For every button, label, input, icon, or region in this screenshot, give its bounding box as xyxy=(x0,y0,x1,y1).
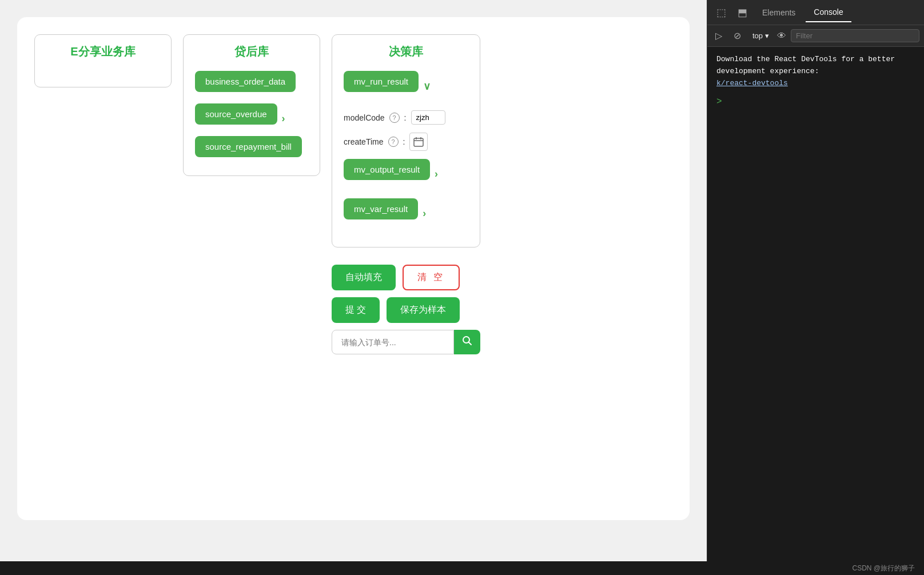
form-colon-modelcode: : xyxy=(404,113,407,122)
mv-var-chevron: › xyxy=(423,207,426,219)
top-label: top xyxy=(752,31,763,40)
devtools-tabs: ⬚ ⬒ Elements Console xyxy=(707,0,924,25)
ban-icon[interactable]: ⊘ xyxy=(730,28,744,43)
tab-console[interactable]: Console xyxy=(806,3,851,22)
submit-button[interactable]: 提 交 xyxy=(332,297,380,323)
order-search-input[interactable] xyxy=(332,330,454,354)
col-e-share: E分享业务库 xyxy=(34,34,172,97)
col-decision: 决策库 mv_run_result ∨ modelCode ? : xyxy=(332,34,480,354)
loan-tag-row-0: business_order_data xyxy=(195,71,308,101)
search-row xyxy=(332,330,480,354)
bottom-bar: CSDN @旅行的狮子 xyxy=(0,561,924,575)
loan-chevron-1: › xyxy=(282,113,285,125)
svg-rect-0 xyxy=(414,138,423,146)
eye-icon[interactable]: 👁 xyxy=(777,31,786,41)
form-label-createtime: createTime xyxy=(344,137,384,146)
mv-var-result-tag[interactable]: mv_var_result xyxy=(344,198,418,219)
footer-text: CSDN @旅行的狮子 xyxy=(852,564,915,572)
col-e-share-subtitle xyxy=(46,59,160,78)
clear-button[interactable]: 清 空 xyxy=(403,265,460,290)
col-loan-tags: business_order_data source_overdue › sou… xyxy=(195,71,308,166)
mv-output-chevron: › xyxy=(435,168,438,180)
modelcode-help-icon[interactable]: ? xyxy=(389,113,400,123)
createtime-calendar-icon[interactable] xyxy=(409,133,428,151)
col-decision-title: 决策库 xyxy=(344,44,468,59)
top-chevron-icon: ▾ xyxy=(765,31,769,40)
console-prompt: > xyxy=(716,97,722,107)
auto-fill-button[interactable]: 自动填充 xyxy=(332,265,396,290)
cursor-icon[interactable]: ⬚ xyxy=(712,3,731,22)
devtools-panel: ⬚ ⬒ Elements Console ▷ ⊘ top ▾ 👁 Downloa… xyxy=(707,0,924,561)
top-dropdown[interactable]: top ▾ xyxy=(749,30,772,42)
main-content: E分享业务库 贷后库 business_order_data so xyxy=(0,0,707,561)
btn-row-1: 自动填充 清 空 xyxy=(332,265,480,290)
tab-elements[interactable]: Elements xyxy=(754,3,803,22)
loan-tag-row-1: source_overdue › xyxy=(195,103,308,134)
loan-tag-0[interactable]: business_order_data xyxy=(195,71,296,92)
card: E分享业务库 贷后库 business_order_data so xyxy=(17,17,690,520)
step-over-icon[interactable]: ▷ xyxy=(712,28,726,43)
form-row-createtime: createTime ? : xyxy=(344,133,468,151)
columns-wrapper: E分享业务库 贷后库 business_order_data so xyxy=(34,34,672,354)
responsive-icon[interactable]: ⬒ xyxy=(733,3,752,22)
console-message: Download the React DevTools for a better… xyxy=(716,54,915,89)
col-decision-box: 决策库 mv_run_result ∨ modelCode ? : xyxy=(332,34,480,247)
save-sample-button[interactable]: 保存为样本 xyxy=(387,297,460,323)
mv-run-result-row: mv_run_result ∨ xyxy=(344,71,468,101)
loan-tag-2[interactable]: source_repayment_bill xyxy=(195,136,302,157)
col-e-share-title: E分享业务库 xyxy=(46,44,160,59)
mv-output-result-row: mv_output_result › xyxy=(344,159,468,189)
svg-line-5 xyxy=(469,342,472,345)
col-loan-box: 贷后库 business_order_data source_overdue ›… xyxy=(183,34,320,176)
createtime-help-icon[interactable]: ? xyxy=(388,137,399,147)
form-label-modelcode: modelCode xyxy=(344,113,385,122)
console-link[interactable]: k/react-devtools xyxy=(716,79,788,87)
devtools-toolbar: ▷ ⊘ top ▾ 👁 xyxy=(707,25,924,47)
col-loan: 贷后库 business_order_data source_overdue ›… xyxy=(183,34,320,176)
col-loan-title: 贷后库 xyxy=(195,44,308,59)
mv-run-chevron: ∨ xyxy=(423,80,431,93)
col-e-share-header: E分享业务库 xyxy=(34,34,172,87)
mv-output-result-tag[interactable]: mv_output_result xyxy=(344,159,430,180)
form-colon-createtime: : xyxy=(403,137,405,146)
loan-tag-1[interactable]: source_overdue xyxy=(195,103,277,125)
action-buttons: 自动填充 清 空 提 交 保存为样本 xyxy=(332,265,480,354)
form-row-modelcode: modelCode ? : xyxy=(344,110,468,125)
console-text-1: Download the React DevTools for a better… xyxy=(716,55,895,75)
devtools-content: Download the React DevTools for a better… xyxy=(707,47,924,561)
modelcode-input[interactable] xyxy=(411,110,445,125)
filter-input[interactable] xyxy=(791,29,919,42)
btn-row-2: 提 交 保存为样本 xyxy=(332,297,480,323)
search-button[interactable] xyxy=(454,330,480,354)
mv-var-result-row: mv_var_result › xyxy=(344,198,468,229)
mv-run-result-tag[interactable]: mv_run_result xyxy=(344,71,419,92)
loan-tag-row-2: source_repayment_bill xyxy=(195,136,308,166)
